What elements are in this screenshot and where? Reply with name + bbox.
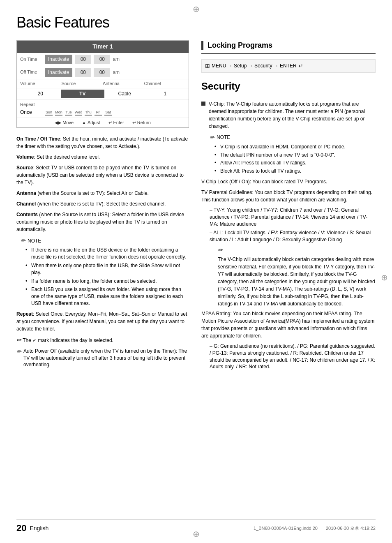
vchip-note-list: V-Chip is not available in HDMI, Compone… — [210, 143, 376, 175]
repeat-label: Repeat — [20, 102, 185, 108]
bottom-crosshair-icon: ⊕ — [193, 528, 200, 540]
enter-arrow-icon: ↵ — [298, 62, 303, 70]
off-time-field[interactable]: Inactivate — [45, 68, 72, 77]
timer-title: Timer 1 — [17, 41, 189, 53]
note-item-2: When there is only one photo file in the… — [25, 262, 189, 276]
vchip-auto-icon: ✏ — [218, 246, 223, 254]
channel-text: (when the Source is set to TV): Select t… — [36, 201, 166, 207]
page-container: ⊕ Basic Features Timer 1 On Time Inactiv… — [0, 0, 392, 397]
vchip-note-header: ✏ NOTE — [210, 133, 376, 142]
para-volume: Volume: Set the desired volume level. — [16, 153, 189, 161]
enter-icon: ↵ — [108, 120, 112, 126]
para-on-off-time: On Time / Off Time: Set the hour, minute… — [16, 135, 189, 150]
on-time-row: On Time Inactivate 00 00 am — [17, 53, 189, 66]
main-content: Timer 1 On Time Inactivate 00 00 am Off … — [16, 40, 376, 372]
off-time-min: 00 — [94, 68, 110, 77]
day-mon: Mon — [54, 110, 63, 116]
nav-adjust: ▲ Adjust — [82, 120, 100, 126]
vchip-text: V-Chip: The V-Chip feature automatically… — [209, 100, 376, 130]
tv-dash-2: ALL: Lock all TV ratings. / FV: Fantasy … — [201, 229, 376, 243]
source-value: TV — [61, 90, 105, 98]
vchip-term: V-Chip — [209, 101, 224, 107]
vchip-note-label: NOTE — [217, 134, 230, 141]
page-number: 20 — [16, 522, 26, 535]
vchip-lock-para: V-Chip Lock (Off / On): You can block ra… — [201, 178, 376, 185]
para-repeat: Repeat: Select Once, Everyday, Mon–Fri, … — [16, 310, 189, 333]
day-thu: Thu — [84, 110, 93, 116]
vchip-note: ✏ NOTE V-Chip is not available in HDMI, … — [210, 133, 376, 175]
timer-col-values: 20 TV Cable 1 — [17, 88, 189, 100]
off-time-row: Off Time Inactivate 00 00 am — [17, 66, 189, 79]
vchip-bullet-icon — [201, 102, 205, 106]
return-icon: ↩ — [132, 120, 136, 126]
on-time-field[interactable]: Inactivate — [45, 55, 72, 64]
vchip-auto-note: ✏ The V-Chip will automatically block ce… — [214, 246, 376, 307]
contents-text: (when the Source is set to USB): Select … — [16, 212, 184, 232]
auto-power-pencil-icon: ✏ — [16, 348, 21, 368]
vchip-note-3: Allow All: Press to unlock all TV rating… — [214, 159, 376, 166]
vchip-lock-term: V-Chip Lock (Off / On) — [201, 179, 250, 185]
repeat-term: Repeat — [16, 311, 33, 317]
left-note-header: ✏ NOTE — [21, 236, 189, 245]
page-language: English — [30, 525, 48, 533]
note-item-4: Each USB you use is assigned its own fol… — [25, 286, 189, 307]
left-note-label: NOTE — [28, 237, 41, 245]
date-info: 2010-06-30 오후 4:19:22 — [326, 525, 376, 531]
section-bar-icon — [201, 41, 203, 50]
on-time-min: 00 — [94, 55, 110, 64]
tv-parental-term: TV Parental Guidelines — [201, 189, 252, 195]
on-off-time-term: On Time / Off Time — [16, 136, 60, 142]
para-contents: Contents (when the Source is set to USB)… — [16, 211, 189, 233]
day-fri: Fri — [94, 110, 103, 116]
menu-path-text: MENU → Setup → Security → ENTER — [212, 62, 297, 69]
left-note-section: ✏ NOTE If there is no music file on the … — [16, 236, 189, 307]
note-item-1: If there is no music file on the USB dev… — [25, 247, 189, 261]
page-title: Basic Features — [16, 12, 376, 33]
right-text-content: V-Chip: The V-Chip feature automatically… — [201, 100, 376, 370]
contents-term: Contents — [16, 212, 38, 217]
volume-header: Volume — [20, 81, 62, 87]
antenna-text: (when the Source is set to TV): Select A… — [36, 190, 149, 196]
nav-return: ↩ Return — [132, 120, 151, 126]
day-boxes: Sun Mon Tue — [44, 110, 113, 116]
vchip-desc: : The V-Chip feature automatically locks… — [209, 101, 365, 129]
off-time-content: Inactivate 00 00 am — [45, 68, 185, 77]
off-time-hour: 00 — [75, 68, 91, 77]
para-source: Source: Select TV or USB content to be p… — [16, 164, 189, 186]
source-text: : Select TV or USB content to be played … — [16, 165, 184, 185]
vchip-note-4: Block All: Press to lock all TV ratings. — [214, 168, 376, 175]
on-time-label: On Time — [20, 56, 45, 62]
antenna-header: Antenna — [103, 81, 144, 87]
day-wed: Wed — [74, 110, 83, 116]
auto-power-text: Auto Power Off (available only when the … — [23, 348, 189, 368]
volume-term: Volume — [16, 154, 34, 160]
checkmark-note: ✏ The ✓ mark indicates the day is select… — [16, 336, 189, 344]
antenna-value: Cable — [104, 90, 145, 97]
mpaa-para: MPAA Rating: You can block movies depend… — [201, 310, 376, 340]
timer-nav-bar: ◀▶ Move ▲ Adjust ↵ Enter ↩ Return — [17, 118, 189, 127]
para-channel: Channel (when the Source is set to TV): … — [16, 200, 189, 208]
locking-programs-header: Locking Programs — [201, 40, 376, 54]
volume-text: : Set the desired volume level. — [34, 154, 100, 160]
footer-right: 1_BN68-03004A-01Eng.indd 20 2010-06-30 오… — [254, 525, 376, 531]
repeat-value: Once — [20, 109, 43, 116]
para-antenna: Antenna (when the Source is set to TV): … — [16, 189, 189, 197]
repeat-row: Once Sun Mon Tue — [20, 109, 185, 116]
left-note-list: If there is no music file on the USB dev… — [21, 247, 189, 307]
on-time-hour: 00 — [75, 55, 91, 64]
on-time-content: Inactivate 00 00 am — [45, 55, 185, 64]
repeat-text: : Select Once, Everyday, Mon–Fri, Mon–Sa… — [16, 311, 187, 332]
vchip-note-icon: ✏ — [210, 133, 214, 142]
nav-move: ◀▶ Move — [55, 120, 74, 126]
tv-dash-1: TV-Y: Young children / TV-Y7: Children 7… — [201, 207, 376, 227]
footer-left: 20 English — [16, 522, 48, 535]
timer-box: Timer 1 On Time Inactivate 00 00 am Off … — [16, 40, 189, 128]
vchip-bullet-item: V-Chip: The V-Chip feature automatically… — [201, 100, 376, 130]
right-column: Locking Programs ⊞ MENU → Setup → Securi… — [201, 40, 376, 372]
vchip-note-1: V-Chip is not available in HDMI, Compone… — [214, 143, 376, 150]
off-time-ampm: am — [113, 69, 120, 76]
day-sun: Sun — [44, 110, 53, 116]
nav-enter: ↵ Enter — [108, 120, 124, 126]
left-column: Timer 1 On Time Inactivate 00 00 am Off … — [16, 40, 189, 372]
mpaa-dash: G: General audience (no restrictions). /… — [201, 343, 376, 370]
